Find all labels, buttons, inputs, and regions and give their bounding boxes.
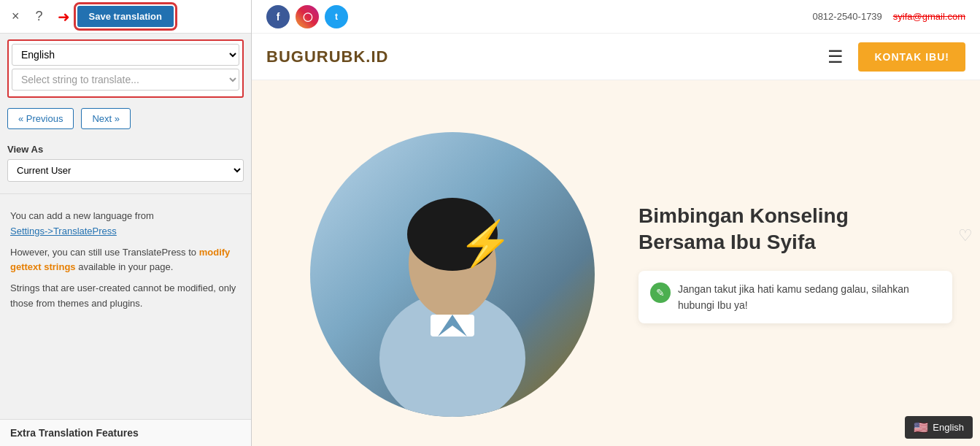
site-navbar: BUGURUBK.ID ☰ KONTAK IBU! [252,34,980,80]
settings-link[interactable]: Settings->TranslatePress [10,226,117,237]
right-panel: f ◯ t 0812-2540-1739 syifa@gmail.com BUG… [252,0,980,446]
language-selector[interactable]: English [12,44,239,66]
heart-icon[interactable]: ♡ [958,226,973,245]
help-icon: ? [36,9,43,23]
previous-button[interactable]: « Previous [7,108,74,129]
hero-image: ⚡ [310,132,595,417]
navbar-right: ☰ KONTAK IBU! [827,42,965,72]
contact-info: 0812-2540-1739 syifa@gmail.com [812,11,965,22]
view-as-label: View As [7,144,244,155]
extra-features-title: Extra Translation Features [10,427,241,439]
arrow-icon: ➜ [58,8,70,26]
language-select-area: English Select string to translate... [7,39,244,98]
info-line3: Strings that are user-created cannot be … [10,282,236,309]
hamburger-icon[interactable]: ☰ [827,47,844,67]
info-line2b: available in your page. [78,261,173,272]
info-line2: However, you can still use TranslatePres… [10,247,196,258]
english-label: English [933,422,964,433]
hero-title: Bimbingan KonselingBersama Ibu Syifa [638,203,958,256]
divider [0,193,251,194]
hero-image-placeholder: ⚡ [310,132,595,417]
lightning-icon: ⚡ [458,218,513,269]
facebook-icon[interactable]: f [266,5,290,28]
flag-icon: 🇺🇸 [914,420,928,434]
save-translation-button[interactable]: Save translation [77,6,174,27]
left-panel: × ? ➜ Save translation English Select st… [0,0,252,446]
social-icons: f ◯ t [266,5,348,28]
close-button[interactable]: × [7,7,24,26]
string-selector[interactable]: Select string to translate... [12,69,239,91]
quote-text: Jangan takut jika hati kamu sedang galau… [678,281,941,314]
phone-text: 0812-2540-1739 [812,11,881,22]
kontak-button[interactable]: KONTAK IBU! [858,42,965,72]
hero-content: Bimbingan KonselingBersama Ibu Syifa ✎ J… [638,203,980,324]
email-text: syifa@gmail.com [893,11,965,22]
quote-icon: ✎ [650,282,671,303]
navigation-buttons: « Previous Next » [0,101,251,137]
site-topbar: f ◯ t 0812-2540-1739 syifa@gmail.com [252,0,980,34]
hero-quote-box: ✎ Jangan takut jika hati kamu sedang gal… [638,271,952,324]
view-as-section: View As Current User [0,137,251,186]
top-bar: × ? ➜ Save translation [0,0,251,34]
site-logo: BUGURUBK.ID [266,47,388,66]
hero-section: ⚡ ♡ Bimbingan KonselingBersama Ibu Syifa… [252,80,980,446]
info-section: You can add a new language from Settings… [0,201,251,419]
close-icon: × [12,9,20,23]
next-button[interactable]: Next » [81,108,131,129]
info-line1: You can add a new language from [10,210,154,221]
view-as-selector[interactable]: Current User [7,159,244,182]
extra-features-section: Extra Translation Features [0,419,251,446]
twitter-icon[interactable]: t [325,5,348,28]
instagram-icon[interactable]: ◯ [296,5,319,28]
english-badge[interactable]: 🇺🇸 English [905,416,973,439]
help-button[interactable]: ? [31,7,47,26]
